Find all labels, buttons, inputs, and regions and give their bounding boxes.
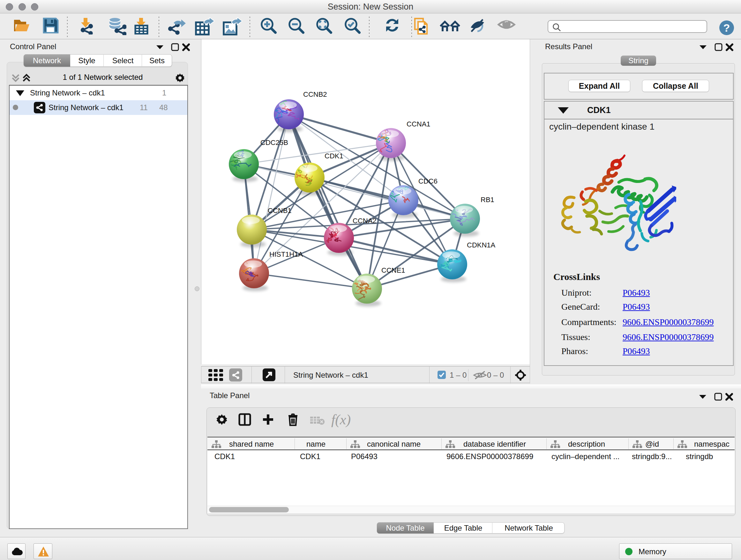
- svg-text:CDC25B: CDC25B: [260, 138, 288, 146]
- svg-text:CDC6: CDC6: [418, 177, 437, 185]
- svg-text:CCNA2: CCNA2: [353, 217, 377, 225]
- svg-text:CCNE1: CCNE1: [381, 266, 405, 274]
- svg-text:RB1: RB1: [481, 196, 494, 204]
- svg-text:CCNB1: CCNB1: [268, 206, 292, 214]
- svg-text:CDK1: CDK1: [325, 152, 343, 160]
- svg-text:CCNA1: CCNA1: [407, 120, 430, 128]
- svg-text:CDKN1A: CDKN1A: [467, 241, 495, 249]
- svg-text:HIST1H1A: HIST1H1A: [269, 250, 303, 258]
- svg-text:CCNB2: CCNB2: [303, 90, 327, 98]
